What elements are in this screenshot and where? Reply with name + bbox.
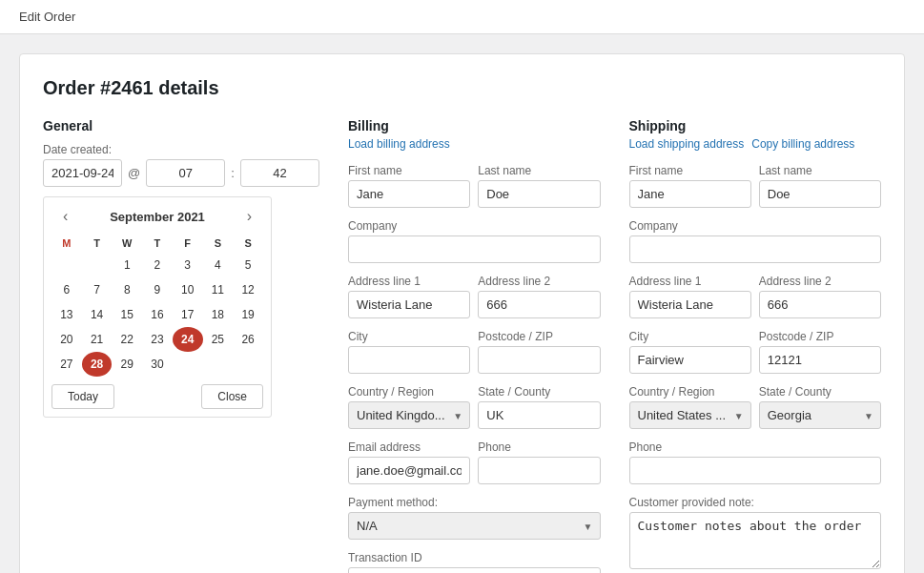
- calendar-day-21[interactable]: 21: [82, 327, 113, 352]
- customer-note-label: Customer provided note:: [629, 496, 882, 509]
- cal-weekday-thu: T: [142, 234, 173, 253]
- shipping-address2-label: Address line 2: [759, 275, 881, 288]
- page-title: Order #2461 details: [43, 77, 881, 99]
- billing-phone-input[interactable]: [478, 457, 600, 484]
- shipping-country-select[interactable]: United States ... United Kingdom Canada: [629, 401, 751, 429]
- time-colon: :: [231, 166, 235, 180]
- calendar-day-11[interactable]: 11: [203, 277, 234, 302]
- billing-state-input[interactable]: [478, 401, 600, 429]
- transaction-id-input[interactable]: [348, 567, 601, 573]
- calendar-day-15[interactable]: 15: [112, 302, 142, 327]
- billing-city-label: City: [348, 330, 470, 343]
- calendar-day-6[interactable]: 6: [51, 277, 82, 302]
- calendar-next-button[interactable]: ›: [243, 209, 256, 224]
- load-shipping-address-link[interactable]: Load shipping address: [629, 137, 745, 151]
- calendar-day-3[interactable]: 3: [173, 253, 203, 277]
- billing-email-input[interactable]: [348, 457, 470, 484]
- billing-state-label: State / County: [478, 385, 600, 399]
- calendar-day-25[interactable]: 25: [203, 327, 234, 352]
- calendar-day-13[interactable]: 13: [51, 302, 82, 327]
- cal-weekday-wed: W: [112, 234, 142, 253]
- calendar-day-7[interactable]: 7: [82, 277, 113, 302]
- calendar-grid: M T W T F S S 12345678910111213141516171…: [51, 234, 263, 377]
- payment-method-select[interactable]: N/A Cash Credit Card PayPal: [348, 512, 601, 540]
- shipping-address2-input[interactable]: [759, 291, 881, 318]
- date-created-label: Date created:: [43, 143, 319, 156]
- billing-city-input[interactable]: [348, 346, 470, 374]
- customer-note-textarea[interactable]: Customer notes about the order: [629, 512, 882, 569]
- calendar-day-17[interactable]: 17: [173, 302, 203, 327]
- billing-firstname-input[interactable]: [348, 180, 470, 208]
- calendar-day-8[interactable]: 8: [112, 277, 142, 302]
- calendar-day-27[interactable]: 27: [51, 352, 82, 377]
- load-billing-address-link[interactable]: Load billing address: [348, 137, 450, 151]
- transaction-id-label: Transaction ID: [348, 551, 601, 564]
- calendar-day-26[interactable]: 26: [233, 327, 263, 352]
- calendar-day-1[interactable]: 1: [112, 253, 142, 277]
- cal-weekday-mon: M: [51, 234, 82, 253]
- shipping-phone-label: Phone: [629, 440, 882, 454]
- calendar-day-30[interactable]: 30: [142, 352, 173, 377]
- general-section: General Date created: @ : ‹ September 20…: [43, 118, 319, 573]
- calendar-day-4[interactable]: 4: [203, 253, 234, 277]
- calendar-day-19[interactable]: 19: [233, 302, 263, 327]
- calendar-day-5[interactable]: 5: [233, 253, 263, 277]
- calendar-day-29[interactable]: 29: [112, 352, 142, 377]
- shipping-country-label: Country / Region: [629, 385, 751, 399]
- shipping-phone-input[interactable]: [629, 457, 882, 484]
- calendar-day-10[interactable]: 10: [173, 277, 203, 302]
- time-hour-input[interactable]: [146, 159, 225, 187]
- billing-address2-input[interactable]: [478, 291, 600, 318]
- calendar-prev-button[interactable]: ‹: [59, 209, 72, 224]
- shipping-address1-input[interactable]: [629, 291, 751, 318]
- shipping-state-select[interactable]: Georgia California New York Texas: [759, 401, 881, 429]
- calendar-day-9[interactable]: 9: [142, 277, 173, 302]
- billing-address2-label: Address line 2: [478, 275, 600, 288]
- shipping-lastname-input[interactable]: [759, 180, 881, 208]
- shipping-section: Shipping Load shipping address Copy bill…: [629, 118, 882, 573]
- shipping-firstname-input[interactable]: [629, 180, 751, 208]
- calendar-empty: [51, 253, 82, 277]
- calendar-day-18[interactable]: 18: [203, 302, 234, 327]
- calendar-today-button[interactable]: Today: [51, 384, 114, 409]
- at-separator: @: [128, 166, 140, 180]
- calendar-day-22[interactable]: 22: [112, 327, 142, 352]
- billing-section-title: Billing: [348, 118, 601, 133]
- calendar-empty: [233, 352, 263, 377]
- billing-firstname-label: First name: [348, 164, 470, 177]
- shipping-company-input[interactable]: [629, 235, 882, 263]
- calendar-day-28[interactable]: 28: [82, 352, 113, 377]
- cal-weekday-tue: T: [82, 234, 113, 253]
- billing-postcode-input[interactable]: [478, 346, 600, 374]
- billing-email-label: Email address: [348, 440, 470, 454]
- cal-weekday-fri: F: [173, 234, 203, 253]
- calendar-close-button[interactable]: Close: [201, 384, 263, 409]
- billing-address1-input[interactable]: [348, 291, 470, 318]
- calendar-day-24[interactable]: 24: [173, 327, 203, 352]
- calendar-day-16[interactable]: 16: [142, 302, 173, 327]
- calendar-empty: [82, 253, 113, 277]
- billing-lastname-label: Last name: [478, 164, 600, 177]
- shipping-company-label: Company: [629, 219, 882, 233]
- billing-company-input[interactable]: [348, 235, 601, 263]
- calendar-day-20[interactable]: 20: [51, 327, 82, 352]
- date-input[interactable]: [43, 159, 122, 187]
- billing-lastname-input[interactable]: [478, 180, 600, 208]
- billing-country-select[interactable]: United Kingdo... United States Canada: [348, 401, 470, 429]
- billing-address1-label: Address line 1: [348, 275, 470, 288]
- calendar-day-14[interactable]: 14: [82, 302, 113, 327]
- shipping-section-title: Shipping: [629, 118, 882, 133]
- time-minute-input[interactable]: [240, 159, 319, 187]
- shipping-city-label: City: [629, 330, 751, 343]
- billing-phone-label: Phone: [478, 440, 600, 454]
- calendar-day-12[interactable]: 12: [233, 277, 263, 302]
- shipping-firstname-label: First name: [629, 164, 751, 177]
- calendar-day-2[interactable]: 2: [142, 253, 173, 277]
- copy-billing-address-link[interactable]: Copy billing address: [751, 137, 854, 151]
- billing-section: Billing Load billing address First name …: [348, 118, 601, 573]
- calendar-day-23[interactable]: 23: [142, 327, 173, 352]
- billing-company-label: Company: [348, 219, 601, 233]
- shipping-postcode-input[interactable]: [759, 346, 881, 374]
- calendar-empty: [173, 352, 203, 377]
- shipping-city-input[interactable]: [629, 346, 751, 374]
